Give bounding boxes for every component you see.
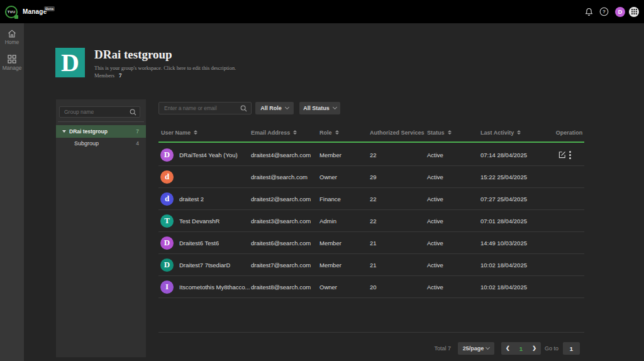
help-icon[interactable]: ? — [599, 7, 609, 16]
table-row: ddraitest 2draitest2@search.comFinance22… — [158, 188, 584, 210]
sort-icon[interactable] — [517, 130, 521, 135]
prev-page-button[interactable]: ❮ — [506, 346, 510, 351]
sidebar-item-manage[interactable]: Manage — [0, 55, 24, 71]
column-header-label: Operation — [556, 130, 583, 136]
member-avatar: d — [160, 170, 174, 184]
topbar: TVU Manage Beta ? D — [0, 0, 644, 23]
column-header[interactable]: User Name — [158, 130, 250, 136]
column-header: Operation — [554, 130, 584, 136]
members-table: User NameEmail AddressRoleAuthorized Ser… — [158, 123, 584, 298]
column-header-label: Authorized Services — [370, 130, 425, 136]
group-members-line: Members7 — [94, 72, 122, 79]
member-status: Active — [426, 284, 479, 291]
sort-icon[interactable] — [448, 130, 452, 135]
next-page-button[interactable]: ❯ — [532, 346, 536, 351]
group-tree-label: Subgroup — [74, 140, 99, 147]
sort-icon[interactable] — [335, 130, 339, 135]
members-label: Members — [94, 72, 114, 79]
user-name-cell: IItscometothis My8thacco... — [158, 280, 250, 294]
edit-icon[interactable] — [558, 151, 566, 158]
goto-page-input[interactable] — [563, 342, 580, 355]
members-count: 7 — [119, 72, 122, 79]
last-activity: 07:14 28/04/2025 — [479, 152, 554, 158]
authorized-services: 29 — [369, 174, 426, 181]
chevron-down-icon — [333, 105, 337, 109]
user-name-cell: DDraitest7 7tsediarD — [158, 258, 250, 272]
member-role: Member — [318, 262, 369, 269]
member-email: draitest@search.com — [250, 174, 318, 181]
column-header[interactable]: Last Activity — [479, 130, 554, 136]
pager: ❮ 1 ❯ — [501, 342, 541, 355]
authorized-services: 21 — [369, 262, 426, 269]
member-email: draitest4@search.com — [250, 152, 318, 158]
sidebar-item-home[interactable]: Home — [0, 30, 24, 45]
caret-down-icon[interactable] — [62, 130, 66, 133]
table-row: DDraitest7 7tsediarDdraitest7@search.com… — [158, 254, 584, 276]
authorized-services: 22 — [369, 218, 426, 225]
group-description[interactable]: This is your group's workspace. Click he… — [94, 65, 236, 71]
member-search-input[interactable] — [159, 105, 240, 111]
authorized-services: 22 — [369, 152, 426, 158]
page-size-dropdown[interactable]: 25/page — [458, 342, 494, 355]
more-actions-kebab-icon[interactable] — [568, 150, 572, 160]
member-role: Admin — [318, 218, 369, 225]
role-filter-dropdown[interactable]: All Role — [255, 102, 294, 114]
member-status: Active — [426, 152, 479, 158]
member-name: DRaiTest4 Yeah (You) — [179, 152, 238, 158]
group-tree-item[interactable]: DRai testgroup7 — [56, 125, 146, 138]
notifications-bell-icon[interactable] — [585, 8, 593, 16]
member-role: Owner — [318, 174, 369, 181]
member-role: Member — [318, 240, 369, 247]
status-filter-dropdown[interactable]: All Status — [299, 102, 340, 114]
authorized-services: 21 — [369, 240, 426, 247]
table-header-row: User NameEmail AddressRoleAuthorized Ser… — [158, 123, 584, 143]
sort-down-caret — [194, 133, 197, 135]
group-search-input[interactable] — [60, 109, 130, 115]
page-size-value: 25/page — [463, 345, 484, 352]
column-header[interactable]: Email Address — [250, 130, 318, 136]
group-tree-item[interactable]: Subgroup4 — [56, 138, 146, 149]
search-icon[interactable] — [130, 109, 136, 116]
group-panel: DRai testgroup7Subgroup4 — [56, 99, 146, 357]
column-header-label: User Name — [161, 130, 191, 136]
kebab-dot — [569, 151, 571, 153]
member-avatar: T — [160, 214, 174, 228]
sort-icon[interactable] — [293, 130, 297, 135]
column-header[interactable]: Status — [426, 130, 479, 136]
member-email: draitest6@search.com — [250, 240, 318, 247]
sidebar-item-manage-label: Manage — [3, 65, 22, 71]
current-page[interactable]: 1 — [519, 345, 523, 352]
group-tree: DRai testgroup7Subgroup4 — [56, 125, 146, 149]
apps-grid-icon[interactable] — [629, 7, 639, 17]
column-header-label: Role — [319, 130, 332, 136]
last-activity: 07:27 25/04/2025 — [479, 196, 554, 203]
column-header: Authorized Services — [369, 130, 426, 136]
member-search — [158, 102, 252, 114]
member-email: draitest3@search.com — [250, 218, 318, 225]
filter-bar: All Role All Status — [158, 102, 584, 114]
group-member-count: 7 — [136, 128, 139, 135]
kebab-dot — [569, 154, 571, 156]
user-avatar[interactable]: D — [615, 7, 625, 17]
column-header[interactable]: Role — [318, 130, 369, 136]
member-name: Draitest7 7tsediarD — [179, 262, 230, 269]
sort-down-caret — [517, 133, 521, 135]
tvu-logo-text: TVU — [8, 10, 16, 14]
user-name-cell: DDraitest6 Test6 — [158, 236, 250, 250]
goto-label: Go to — [545, 345, 558, 352]
sort-up-caret — [194, 130, 197, 132]
member-email: draitest7@search.com — [250, 262, 318, 269]
apps-icon — [8, 55, 16, 64]
last-activity: 15:22 25/04/2025 — [479, 174, 554, 181]
sort-icon[interactable] — [194, 130, 197, 135]
sort-down-caret — [335, 133, 339, 135]
group-tree-label: DRai testgroup — [69, 128, 108, 135]
chevron-down-icon — [486, 345, 490, 350]
group-title: DRai testgroup — [94, 48, 172, 62]
member-status: Active — [426, 174, 479, 181]
table-footer: Total 7 25/page ❮ 1 ❯ Go to — [158, 332, 584, 333]
product-name: Manage — [23, 8, 47, 15]
sort-down-caret — [448, 133, 452, 135]
total-count: Total 7 — [434, 345, 451, 352]
search-icon[interactable] — [240, 105, 247, 112]
